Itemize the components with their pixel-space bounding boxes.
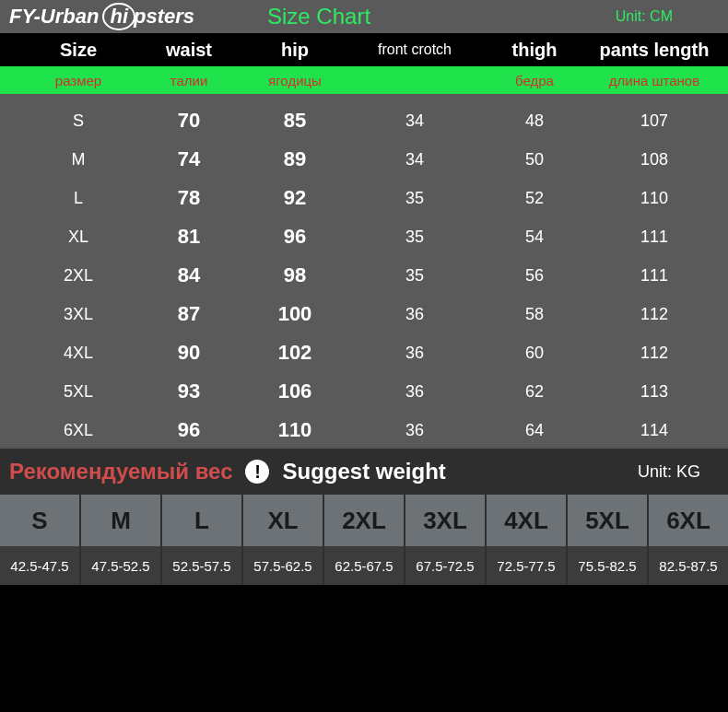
- weight-size: 6XL: [649, 495, 728, 546]
- cell: 112: [590, 344, 719, 363]
- weight-value: 72.5-77.5: [487, 546, 566, 585]
- cell: 74: [138, 147, 240, 171]
- table-row: M74893450108: [18, 140, 710, 179]
- cell: 96: [138, 418, 240, 442]
- weight-section: Рекомендуемый вес ! Suggest weight Unit:…: [0, 447, 728, 585]
- cell: M: [18, 150, 138, 169]
- weight-size: 5XL: [568, 495, 647, 546]
- header-ru-waist: талии: [138, 73, 240, 88]
- cell: 106: [240, 379, 350, 403]
- table-row: 6XL961103664114: [18, 411, 710, 449]
- header-row-ru: размер талии ягодицы бедра длина штанов: [0, 66, 728, 94]
- weight-column: XL57.5-62.5: [241, 495, 323, 585]
- cell: 111: [590, 266, 719, 286]
- header-front-crotch: front crotch: [350, 41, 479, 58]
- cell: 89: [240, 147, 350, 171]
- bottom-blank: [0, 585, 728, 712]
- brand-prefix: FY-Urban: [9, 5, 104, 28]
- cell: 107: [590, 111, 719, 131]
- table-row: 5XL931063662113: [18, 372, 710, 411]
- cell: 85: [240, 109, 350, 133]
- cell: 102: [240, 341, 350, 365]
- cell: 35: [350, 266, 479, 286]
- unit-kg: Unit: KG: [638, 462, 719, 482]
- header-size: Size: [18, 40, 138, 61]
- cell: 96: [240, 225, 350, 249]
- cell: XL: [18, 228, 138, 247]
- cell: 54: [479, 228, 590, 247]
- weight-value: 75.5-82.5: [568, 546, 647, 585]
- cell: S: [18, 111, 138, 131]
- cell: 34: [350, 111, 479, 131]
- cell: 2XL: [18, 266, 138, 286]
- cell: 81: [138, 225, 240, 249]
- header-waist: waist: [138, 40, 240, 61]
- weight-value: 67.5-72.5: [405, 546, 485, 585]
- header-ru-size: размер: [18, 73, 138, 88]
- cell: 93: [138, 379, 240, 403]
- cell: 34: [350, 150, 479, 169]
- cell: 48: [479, 111, 590, 131]
- cell: 111: [590, 228, 719, 247]
- header-hip: hip: [240, 40, 350, 61]
- cell: 56: [479, 266, 590, 286]
- weight-column: S42.5-47.5: [0, 495, 79, 585]
- brand-row: FY-Urban hipsters Size Chart Unit: CM: [0, 0, 728, 33]
- exclamation-icon: !: [245, 460, 269, 484]
- cell: 6XL: [18, 421, 138, 440]
- weight-column: 4XL72.5-77.5: [485, 495, 566, 585]
- size-chart-title: Size Chart: [267, 4, 507, 29]
- cell: 4XL: [18, 344, 138, 363]
- table-row: 2XL84983556111: [18, 256, 710, 295]
- cell: 60: [479, 344, 590, 363]
- weight-size: XL: [243, 495, 323, 546]
- table-row: XL81963554111: [18, 217, 710, 256]
- weight-value: 62.5-67.5: [324, 546, 404, 585]
- cell: 78: [138, 186, 240, 210]
- weight-column: 6XL82.5-87.5: [647, 495, 728, 585]
- size-chart-section: FY-Urban hipsters Size Chart Unit: CM Si…: [0, 0, 728, 447]
- header-thigh: thigh: [479, 40, 590, 61]
- cell: 87: [138, 302, 240, 326]
- header-ru-thigh: бедра: [479, 73, 590, 88]
- weight-value: 82.5-87.5: [649, 546, 728, 585]
- weight-column: M47.5-52.5: [79, 495, 160, 585]
- header-row-en: Size waist hip front crotch thigh pants …: [0, 33, 728, 66]
- cell: 98: [240, 263, 350, 287]
- cell: 112: [590, 305, 719, 324]
- weight-size: L: [162, 495, 241, 546]
- brand-suffix: psters: [134, 5, 194, 28]
- weight-title-row: Рекомендуемый вес ! Suggest weight Unit:…: [0, 449, 728, 495]
- cell: 114: [590, 421, 719, 440]
- cell: 110: [240, 418, 350, 442]
- header-pants-length: pants length: [590, 40, 719, 61]
- cell: 36: [350, 382, 479, 402]
- cell: 35: [350, 228, 479, 247]
- brand-circle: hi: [102, 3, 135, 30]
- table-row: 4XL901023660112: [18, 333, 710, 372]
- weight-column: 3XL67.5-72.5: [404, 495, 485, 585]
- weight-size: S: [0, 495, 79, 546]
- weight-column: 5XL75.5-82.5: [566, 495, 647, 585]
- size-data-rows: S70853448107M74893450108L78923552110XL81…: [0, 94, 728, 449]
- table-row: L78923552110: [18, 179, 710, 217]
- cell: 50: [479, 150, 590, 169]
- header-ru-pants-length: длина штанов: [590, 73, 719, 88]
- cell: 108: [590, 150, 719, 169]
- weight-size: 3XL: [405, 495, 485, 546]
- weight-value: 57.5-62.5: [243, 546, 323, 585]
- header-ru-hip: ягодицы: [240, 73, 350, 88]
- weight-column: 2XL62.5-67.5: [323, 495, 404, 585]
- cell: 36: [350, 421, 479, 440]
- cell: 100: [240, 302, 350, 326]
- cell: 90: [138, 341, 240, 365]
- cell: 5XL: [18, 382, 138, 402]
- table-row: S70853448107: [18, 101, 710, 140]
- cell: 58: [479, 305, 590, 324]
- brand-logo: FY-Urban hipsters: [9, 3, 267, 30]
- cell: 35: [350, 189, 479, 208]
- table-row: 3XL871003658112: [18, 295, 710, 333]
- weight-size: 4XL: [487, 495, 566, 546]
- unit-cm: Unit: CM: [616, 8, 719, 25]
- cell: 36: [350, 305, 479, 324]
